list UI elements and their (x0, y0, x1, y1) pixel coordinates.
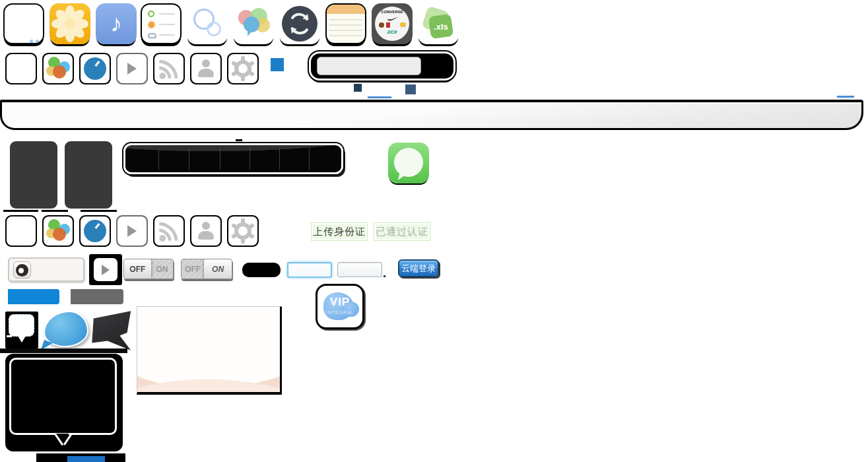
gear-icon[interactable] (227, 215, 259, 247)
icon-face (44, 216, 73, 246)
bubble-tail (248, 31, 252, 36)
sync-arrows (285, 9, 314, 38)
rss-icon[interactable] (153, 53, 185, 84)
color-balls-icon[interactable] (42, 215, 74, 247)
vip-badge[interactable]: VIP INTEGRAL (316, 284, 364, 329)
vip-title: VIP (317, 296, 362, 309)
search-input[interactable] (8, 257, 84, 282)
divider (220, 148, 220, 170)
blue-speech-bubble (44, 311, 88, 347)
black-tooltip-bubble (5, 354, 123, 451)
icon-face (44, 54, 73, 83)
blue-clock-icon[interactable] (79, 53, 111, 84)
bullet-sun (149, 22, 154, 28)
dark-panel-left (10, 141, 57, 209)
sync-refresh-icon[interactable] (279, 3, 320, 44)
blank-app-icon-small[interactable] (5, 53, 37, 84)
divider (158, 148, 159, 170)
person-head (202, 222, 210, 230)
toggle-switch-on[interactable]: OFF ON (181, 259, 232, 279)
play-button-framed[interactable] (89, 254, 122, 285)
person-icon[interactable] (190, 215, 222, 247)
toggle-on-label: ON (151, 259, 173, 279)
notes-face (327, 5, 365, 43)
icon-face (81, 216, 110, 246)
brand-disc: CONVERSE ace (375, 7, 409, 41)
bullet-cloud (148, 33, 156, 38)
pink-wave (137, 372, 280, 392)
icon-face (228, 54, 257, 83)
search-bar-frame (309, 51, 455, 81)
text-input[interactable] (337, 262, 382, 277)
toggle-switch-off[interactable]: OFF ON (123, 259, 174, 279)
toggle-knob: ON (204, 259, 232, 279)
toggle-knob: OFF (124, 259, 151, 279)
activity-circles-icon[interactable] (187, 3, 228, 44)
cloud-login-label: 云端登录 (401, 263, 436, 275)
play-icon[interactable] (116, 215, 148, 247)
icon-face (228, 216, 257, 246)
person-torso (198, 69, 214, 77)
toggle-off-label: OFF (182, 259, 204, 279)
icon-face (117, 216, 147, 246)
color-balls-icon[interactable] (42, 53, 74, 84)
icon-face (154, 54, 184, 83)
blank-app-icon[interactable] (3, 3, 44, 44)
underline-segment (81, 210, 117, 212)
chat-bubbles-icon[interactable] (233, 3, 274, 44)
icon-face (7, 54, 36, 83)
icon-face (7, 216, 36, 246)
text-input-focused[interactable] (287, 262, 332, 278)
brand-logos-icon[interactable]: CONVERSE ace (372, 3, 413, 44)
line (329, 30, 362, 31)
tooltip-notch-gap (56, 434, 69, 436)
upload-id-button[interactable]: 上传身份证 (311, 222, 368, 241)
card-panel (137, 306, 282, 395)
white-bubble-tile (5, 312, 38, 348)
music-note-glyph: ♪ (110, 10, 122, 38)
verified-badge: 已通过认证 (374, 222, 430, 241)
bullet-green (148, 11, 154, 17)
glossy-toolbar (0, 100, 863, 130)
gear-icon[interactable] (227, 53, 259, 84)
messages-bubble (394, 148, 423, 177)
rss-icon[interactable] (153, 215, 185, 247)
brand-text-bottom: ace (375, 28, 409, 35)
clock-disc (84, 220, 106, 242)
segmented-button-bar[interactable] (123, 143, 343, 174)
blue-fragment (67, 456, 105, 462)
blank-app-icon-small[interactable] (5, 215, 37, 247)
small-circle (207, 22, 221, 36)
messages-icon[interactable] (388, 143, 429, 183)
blue-underline-right (837, 96, 854, 98)
logo-dot-brown (379, 22, 384, 28)
play-triangle (127, 63, 137, 75)
flower-photos-icon[interactable] (50, 3, 90, 44)
reminders-list-icon[interactable] (141, 3, 182, 44)
line (159, 24, 175, 25)
cloud-login-button[interactable]: 云端登录 (398, 259, 439, 277)
blue-clock-icon[interactable] (79, 215, 111, 247)
black-pill (242, 263, 281, 277)
gray-bar (71, 289, 123, 304)
underline-segment (3, 210, 38, 212)
search-field[interactable] (317, 57, 421, 75)
brand-text-top: CONVERSE (375, 10, 409, 14)
divider (250, 148, 250, 170)
logo-dot-yellow (400, 22, 406, 27)
music-note-icon[interactable]: ♪ (96, 3, 137, 44)
line (159, 13, 175, 15)
notes-icon[interactable] (325, 3, 366, 44)
bubble-blue (244, 16, 259, 32)
black-strip (0, 348, 127, 353)
line (159, 34, 175, 36)
person-head (202, 59, 210, 67)
sprite-sheet: ♪ (0, 0, 868, 462)
xls-label: .xls (430, 15, 452, 38)
xls-file-icon[interactable]: .xls (418, 3, 459, 44)
play-triangle (102, 265, 110, 275)
white-bubble (9, 314, 34, 337)
play-icon[interactable] (116, 53, 148, 84)
person-icon[interactable] (190, 53, 222, 84)
ball-orange (53, 228, 66, 241)
